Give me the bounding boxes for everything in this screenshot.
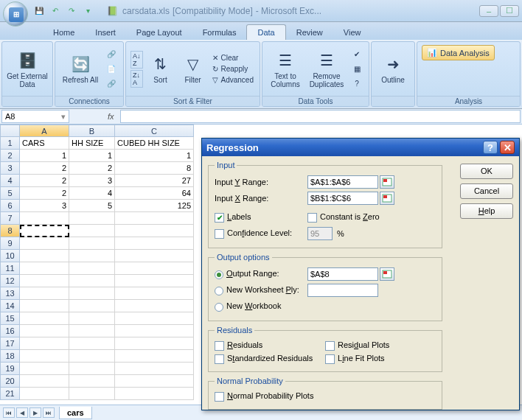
new-worksheet-input[interactable] [307, 284, 378, 297]
cell[interactable] [20, 237, 69, 250]
cell[interactable] [20, 262, 69, 275]
properties-button[interactable]: 📄 [104, 63, 119, 76]
row-header-11[interactable]: 11 [0, 262, 20, 275]
cell[interactable] [115, 300, 194, 312]
tab-nav-last[interactable]: ⏭ [43, 407, 55, 418]
residuals-checkbox[interactable] [215, 341, 224, 351]
row-header-6[interactable]: 6 [0, 200, 20, 212]
formula-bar[interactable] [120, 110, 521, 123]
row-header-19[interactable]: 19 [0, 363, 20, 375]
cell[interactable] [115, 337, 194, 350]
refresh-all-button[interactable]: 🔄 Refresh All [60, 45, 101, 94]
row-header-4[interactable]: 4 [0, 175, 20, 187]
cell[interactable] [115, 325, 194, 337]
tab-nav-next[interactable]: ▶ [29, 407, 41, 418]
labels-checkbox[interactable]: ✔ [215, 213, 224, 223]
cell[interactable] [20, 300, 69, 312]
cell[interactable] [69, 363, 115, 375]
x-range-picker[interactable] [380, 192, 394, 205]
advanced-button[interactable]: ▽Advanced [211, 75, 255, 85]
row-header-21[interactable]: 21 [0, 388, 20, 400]
cell[interactable]: 8 [115, 162, 194, 175]
name-box[interactable]: A8▾ [1, 110, 69, 123]
data-validation-button[interactable]: ✔ [349, 48, 364, 61]
cell[interactable] [20, 212, 69, 225]
cell[interactable]: 2 [20, 175, 69, 187]
cell[interactable] [69, 225, 115, 237]
tab-formulas[interactable]: Formulas [192, 25, 247, 40]
cell[interactable] [115, 225, 194, 237]
row-header-9[interactable]: 9 [0, 237, 20, 250]
sheet-tab-cars[interactable]: cars [59, 407, 92, 419]
cell[interactable]: 2 [20, 162, 69, 175]
cell[interactable] [69, 287, 115, 300]
tab-nav-first[interactable]: ⏮ [3, 407, 15, 418]
cell[interactable] [69, 237, 115, 250]
row-header-5[interactable]: 5 [0, 187, 20, 200]
cell[interactable]: 5 [69, 200, 115, 212]
row-header-2[interactable]: 2 [0, 150, 20, 162]
cell[interactable]: 27 [115, 175, 194, 187]
confidence-checkbox[interactable] [215, 229, 224, 239]
row-header-7[interactable]: 7 [0, 212, 20, 225]
cell[interactable] [20, 363, 69, 375]
col-header-b[interactable]: B [69, 125, 115, 137]
dialog-title-bar[interactable]: Regression ? ✕ [202, 139, 519, 156]
select-all-corner[interactable] [0, 125, 20, 137]
cell[interactable] [115, 275, 194, 287]
whatif-button[interactable]: ? [349, 77, 364, 91]
tab-data[interactable]: Data [246, 24, 285, 40]
cell[interactable] [20, 337, 69, 350]
cell[interactable] [20, 325, 69, 337]
cell[interactable] [115, 262, 194, 275]
sort-za-button[interactable]: Z↓A [130, 70, 143, 88]
cell[interactable] [69, 300, 115, 312]
qat-customize-icon[interactable]: ▾ [81, 4, 94, 18]
cell[interactable] [69, 312, 115, 325]
row-header-12[interactable]: 12 [0, 275, 20, 287]
save-icon[interactable]: 💾 [32, 4, 46, 18]
row-header-10[interactable]: 10 [0, 250, 20, 262]
cell[interactable] [20, 225, 69, 237]
outline-button[interactable]: ➜ Outline [376, 45, 410, 94]
cell[interactable]: 1 [20, 150, 69, 162]
connections-button[interactable]: 🔗 [104, 48, 119, 61]
cell[interactable] [115, 363, 194, 375]
cell[interactable] [69, 250, 115, 262]
consolidate-button[interactable]: ▦ [349, 63, 364, 76]
cell[interactable] [115, 312, 194, 325]
line-fit-checkbox[interactable] [325, 354, 335, 364]
cell[interactable]: 2 [69, 162, 115, 175]
cell[interactable] [115, 212, 194, 225]
office-button[interactable]: ⊞ [3, 1, 28, 27]
restore-button[interactable]: ☐ [500, 5, 519, 17]
fx-icon[interactable]: fx [102, 112, 120, 121]
cell[interactable]: 3 [69, 175, 115, 187]
cell[interactable] [69, 212, 115, 225]
output-range-radio[interactable] [215, 270, 223, 279]
cell[interactable] [115, 375, 194, 388]
cell[interactable] [20, 312, 69, 325]
text-to-columns-button[interactable]: ☰ Text to Columns [267, 45, 304, 94]
cell[interactable] [69, 375, 115, 388]
cell[interactable] [20, 375, 69, 388]
cell[interactable]: 3 [20, 200, 69, 212]
edit-links-button[interactable]: 🔗 [104, 77, 119, 91]
col-header-c[interactable]: C [115, 125, 194, 137]
y-range-picker[interactable] [380, 175, 394, 189]
cell[interactable] [115, 250, 194, 262]
row-header-20[interactable]: 20 [0, 375, 20, 388]
tab-page-layout[interactable]: Page Layout [126, 25, 192, 40]
reapply-button[interactable]: ↻Reapply [211, 64, 255, 74]
cell[interactable] [115, 388, 194, 400]
redo-icon[interactable]: ↷ [65, 4, 78, 18]
filter-button[interactable]: ▽ Filter [178, 45, 208, 94]
sort-button[interactable]: ⇅ Sort [146, 45, 175, 94]
cell[interactable] [20, 250, 69, 262]
tab-insert[interactable]: Insert [85, 25, 126, 40]
cell[interactable] [69, 262, 115, 275]
help-button[interactable]: Help [460, 203, 513, 219]
cancel-button[interactable]: Cancel [460, 183, 513, 199]
tab-review[interactable]: Review [286, 25, 333, 40]
cell[interactable] [69, 275, 115, 287]
